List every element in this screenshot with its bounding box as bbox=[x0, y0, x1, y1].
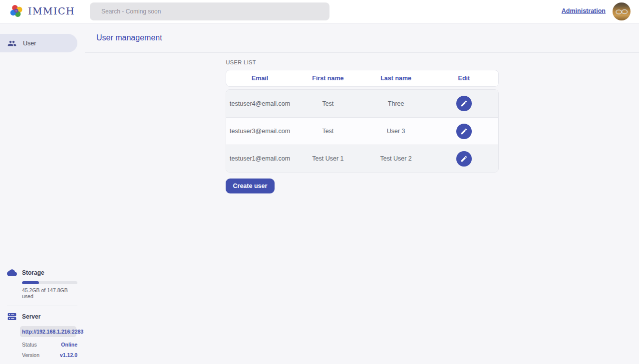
storage-progress-fill bbox=[22, 281, 39, 284]
table-row: testuser4@email.com Test Three bbox=[226, 90, 498, 117]
cell-edit bbox=[430, 151, 498, 167]
column-header-edit: Edit bbox=[430, 75, 498, 82]
user-table-body: testuser4@email.com Test Three testuser3… bbox=[226, 89, 499, 173]
storage-progress-bar bbox=[22, 281, 77, 284]
column-header-first-name: First name bbox=[294, 75, 362, 82]
storage-title: Storage bbox=[22, 269, 44, 276]
section-label: USER LIST bbox=[226, 59, 499, 65]
sidebar-item-user[interactable]: User bbox=[0, 34, 77, 52]
search-input[interactable] bbox=[90, 2, 329, 20]
pencil-icon bbox=[460, 128, 468, 135]
sidebar: User Storage 45.2GB of 147.8GB used bbox=[0, 23, 85, 364]
avatar-glasses-icon bbox=[613, 2, 631, 20]
server-header: Server bbox=[7, 312, 77, 322]
top-bar: IMMICH Administration bbox=[0, 0, 639, 23]
cell-edit bbox=[430, 96, 498, 111]
main-area: User management USER LIST Email First na… bbox=[85, 23, 639, 364]
cloud-icon bbox=[7, 268, 17, 278]
page-title-bar: User management bbox=[85, 23, 639, 53]
table-row: testuser3@email.com Test User 3 bbox=[226, 117, 498, 145]
table-header: Email First name Last name Edit bbox=[226, 70, 499, 87]
administration-link[interactable]: Administration bbox=[562, 7, 606, 14]
edit-user-button[interactable] bbox=[456, 96, 472, 111]
cell-last-name: Test User 2 bbox=[362, 155, 430, 162]
page-title: User management bbox=[96, 33, 162, 42]
cell-last-name: Three bbox=[362, 100, 430, 107]
pencil-icon bbox=[460, 100, 468, 107]
status-label: Status bbox=[22, 342, 37, 348]
cell-first-name: Test bbox=[294, 128, 362, 135]
pencil-icon bbox=[460, 155, 468, 163]
column-header-email: Email bbox=[226, 75, 294, 82]
column-header-last-name: Last name bbox=[362, 75, 430, 82]
server-title: Server bbox=[22, 313, 40, 320]
sidebar-item-label: User bbox=[23, 40, 36, 47]
cell-email: testuser4@email.com bbox=[226, 100, 294, 107]
cell-email: testuser1@email.com bbox=[226, 155, 294, 162]
create-user-button[interactable]: Create user bbox=[226, 179, 275, 193]
cell-email: testuser3@email.com bbox=[226, 128, 294, 135]
version-value: v1.12.0 bbox=[60, 352, 77, 358]
cell-first-name: Test bbox=[294, 100, 362, 107]
user-avatar[interactable] bbox=[613, 2, 631, 20]
user-list-section: USER LIST Email First name Last name Edi… bbox=[226, 59, 499, 193]
server-icon bbox=[7, 312, 17, 322]
cell-first-name: Test User 1 bbox=[294, 155, 362, 162]
status-value: Online bbox=[61, 342, 77, 348]
edit-user-button[interactable] bbox=[456, 151, 472, 167]
server-url-chip: http://192.168.1.216:2283 bbox=[20, 326, 76, 337]
brand-wordmark: IMMICH bbox=[28, 5, 75, 16]
storage-usage-text: 45.2GB of 147.8GB used bbox=[22, 287, 77, 299]
brand[interactable]: IMMICH bbox=[9, 4, 75, 18]
people-icon bbox=[7, 39, 16, 48]
search-bar[interactable] bbox=[90, 2, 329, 20]
storage-header: Storage bbox=[7, 268, 77, 278]
table-row: testuser1@email.com Test User 1 Test Use… bbox=[226, 145, 498, 172]
server-version-row: Version v1.12.0 bbox=[22, 352, 77, 358]
sidebar-status-panel: Storage 45.2GB of 147.8GB used Server ht… bbox=[0, 268, 85, 358]
edit-user-button[interactable] bbox=[456, 124, 472, 139]
cell-last-name: User 3 bbox=[362, 128, 430, 135]
sidebar-divider bbox=[7, 306, 77, 306]
server-status-row: Status Online bbox=[22, 342, 77, 348]
cell-edit bbox=[430, 124, 498, 139]
immich-flower-logo-icon bbox=[9, 4, 23, 18]
version-label: Version bbox=[22, 352, 39, 358]
